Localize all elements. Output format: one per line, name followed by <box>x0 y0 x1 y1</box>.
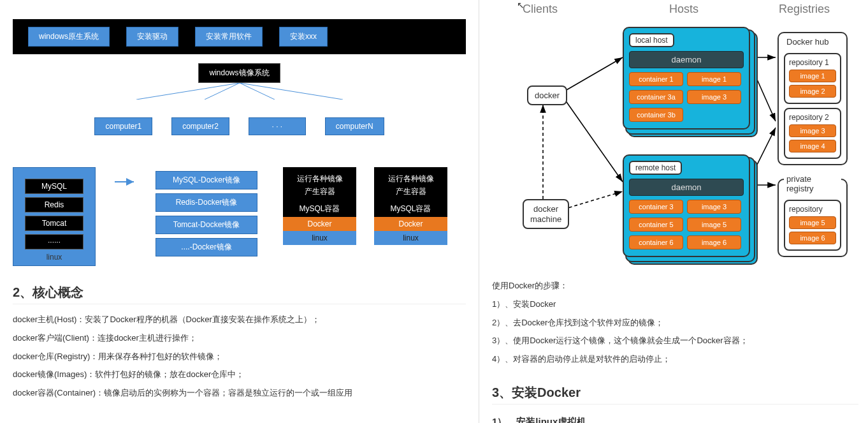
svc-mysql: MySQL <box>25 179 83 194</box>
computer-ellipsis: · · · <box>249 117 306 135</box>
rh-container-5: container 5 <box>629 218 683 232</box>
repo1-image-2: image 2 <box>789 85 836 98</box>
svc-more: ······ <box>25 234 83 249</box>
computer-n: computerN <box>325 117 384 135</box>
svg-line-5 <box>562 57 623 93</box>
rh-image-3: image 3 <box>687 200 741 214</box>
remote-daemon: daemon <box>629 179 744 196</box>
local-daemon: daemon <box>629 51 744 68</box>
repo-1-title: repository 1 <box>789 58 836 67</box>
section-2-heading: 2、核心概念 <box>13 284 466 304</box>
stack-produce-line: 产生容器 <box>286 186 354 197</box>
repo-2: repository 2 image 3 image 4 <box>784 108 841 159</box>
stack-run-line: 运行各种镜像 <box>377 174 445 184</box>
local-host-label: local host <box>629 33 674 47</box>
computer-1: computer1 <box>94 117 152 135</box>
linux-host-box: MySQL Redis Tomcat ······ linux <box>13 167 96 266</box>
stack-docker-layer: Docker <box>374 217 447 231</box>
arrow-right-icon <box>115 176 136 188</box>
stack-mysql-container: MySQL容器 <box>377 204 445 214</box>
client-docker: docker <box>527 85 567 105</box>
remote-host-label: remote host <box>629 161 682 175</box>
step-2: 2）、去Docker仓库找到这个软件对应的镜像； <box>492 316 858 330</box>
stack-linux-layer: linux <box>374 231 447 245</box>
lh-container-1: container 1 <box>629 72 683 86</box>
lh-image-1: image 1 <box>687 72 741 86</box>
img-redis: Redis-Docker镜像 <box>156 193 257 212</box>
repo-1: repository 1 image 1 image 2 <box>784 53 841 104</box>
rh-image-5: image 5 <box>687 218 741 232</box>
docker-architecture-diagram: ↖ Clients Hosts Registries <box>492 0 849 274</box>
docker-images-list: MySQL-Docker镜像 Redis-Docker镜像 Tomcat-Doc… <box>156 171 257 256</box>
fanout-lines-icon <box>106 83 373 100</box>
stack-docker-layer: Docker <box>283 217 356 231</box>
local-host: local host daemon container 1 image 1 co… <box>623 27 750 130</box>
container-stack-1: 运行各种镜像 产生容器 MySQL容器 Docker linux <box>283 167 356 245</box>
svg-line-0 <box>136 83 240 100</box>
docker-hub-title: Docker hub <box>784 37 831 47</box>
repo-2-title: repository 2 <box>789 113 836 122</box>
private-registry-title: private registry <box>784 174 841 193</box>
priv-image-5: image 5 <box>789 216 836 229</box>
lh-container-3b: container 3b <box>629 108 683 122</box>
svg-line-1 <box>205 83 240 100</box>
step-4: 4）、对容器的启动停止就是对软件的启动停止； <box>492 353 858 366</box>
img-tomcat: Tomcat-Docker镜像 <box>156 216 257 234</box>
section-3-heading: 3、安装Docker <box>492 384 858 404</box>
svg-line-11 <box>563 191 623 209</box>
win-original: windows原生系统 <box>28 27 110 47</box>
stack-produce-line: 产生容器 <box>377 186 445 197</box>
client-docker-machine-l2: machine <box>530 214 561 225</box>
private-registry: private registry repository image 5 imag… <box>778 179 848 257</box>
rh-image-6: image 6 <box>687 235 741 249</box>
windows-mirror: windows镜像系统 <box>198 63 280 83</box>
priv-image-6: image 6 <box>789 232 836 244</box>
container-stack-2: 运行各种镜像 产生容器 MySQL容器 Docker linux <box>374 167 447 245</box>
svc-redis: Redis <box>25 197 83 212</box>
svc-tomcat: Tomcat <box>25 216 83 231</box>
private-repo: repository image 5 image 6 <box>784 200 841 251</box>
concept-registry: docker仓库(Registry)：用来保存各种打包好的软件镜像； <box>13 350 466 364</box>
stack-mysql-container: MySQL容器 <box>286 204 354 214</box>
linux-label: linux <box>13 253 95 262</box>
concept-container: docker容器(Container)：镜像启动后的实例称为一个容器；容器是独立… <box>13 387 466 400</box>
private-repo-title: repository <box>789 205 836 214</box>
col-registries: Registries <box>779 3 830 16</box>
repo2-image-4: image 4 <box>789 140 836 152</box>
stack-linux-layer: linux <box>283 231 356 245</box>
stack-run-line: 运行各种镜像 <box>286 174 354 184</box>
col-clients: Clients <box>523 3 558 16</box>
client-docker-machine-l1: docker <box>530 204 561 214</box>
step-3: 3）、使用Docker运行这个镜像，这个镜像就会生成一个Docker容器； <box>492 334 858 348</box>
install-common: 安装常用软件 <box>195 27 263 47</box>
svg-line-3 <box>240 83 343 100</box>
col-hosts: Hosts <box>669 3 698 16</box>
lh-image-3: image 3 <box>687 90 741 104</box>
rh-container-6: container 6 <box>629 235 683 249</box>
rh-container-3: container 3 <box>629 200 683 214</box>
section-3-sub: 1）、安装linux虚拟机 <box>492 416 858 423</box>
concept-images: docker镜像(Images)：软件打包好的镜像；放在docker仓库中； <box>13 368 466 382</box>
steps-intro: 使用Docker的步骤： <box>492 279 858 293</box>
install-xxx: 安装xxx <box>279 27 328 47</box>
computer-2: computer2 <box>171 117 229 135</box>
lh-container-3a: container 3a <box>629 90 683 104</box>
repo1-image-1: image 1 <box>789 70 836 82</box>
diagram-docker-images: MySQL Redis Tomcat ······ linux MySQL-Do… <box>13 167 466 266</box>
img-more: ....-Docker镜像 <box>156 238 257 256</box>
svg-line-2 <box>240 83 275 100</box>
windows-top-bar: windows原生系统 安装驱动 安装常用软件 安装xxx <box>13 19 466 54</box>
concept-host: docker主机(Host)：安装了Docker程序的机器（Docker直接安装… <box>13 313 466 327</box>
install-driver: 安装驱动 <box>126 27 178 47</box>
diagram-windows-mirror: windows原生系统 安装驱动 安装常用软件 安装xxx windows镜像系… <box>13 19 466 135</box>
computer-row: computer1 computer2 · · · computerN <box>13 117 466 135</box>
concept-client: docker客户端(Client)：连接docker主机进行操作； <box>13 332 466 345</box>
repo2-image-3: image 3 <box>789 124 836 137</box>
docker-hub: Docker hub repository 1 image 1 image 2 … <box>778 32 848 165</box>
client-docker-machine: docker machine <box>523 199 569 229</box>
svg-line-6 <box>562 96 623 182</box>
img-mysql: MySQL-Docker镜像 <box>156 171 257 189</box>
remote-host: remote host daemon container 3 image 3 c… <box>623 154 750 257</box>
step-1: 1）、安装Docker <box>492 298 858 311</box>
